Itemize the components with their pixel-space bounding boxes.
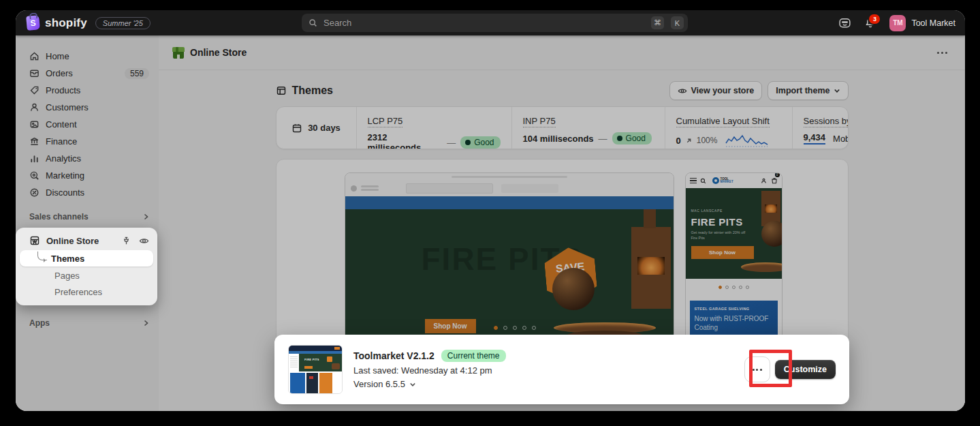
sidekick-button[interactable] <box>838 16 851 29</box>
chevron-down-icon <box>409 381 416 388</box>
connector-arrow-icon <box>37 252 47 260</box>
sidebar-item-preferences[interactable]: Preferences <box>16 284 157 300</box>
current-theme-badge: Current theme <box>441 350 506 362</box>
last-saved-text: Last saved: Wednesday at 4:12 pm <box>353 365 506 376</box>
theme-info: Toolmarket V2.1.2 Current theme Last sav… <box>353 350 506 389</box>
topbar-right: 3 TM Tool Market <box>838 10 955 35</box>
global-search[interactable]: ⌘ K <box>302 14 688 32</box>
search-icon <box>309 18 317 27</box>
sidekick-icon <box>838 16 851 29</box>
user-name: Tool Market <box>911 18 955 28</box>
storefront-icon <box>29 235 40 246</box>
notifications-button[interactable]: 3 <box>865 17 876 29</box>
user-menu[interactable]: TM Tool Market <box>889 15 955 31</box>
cmd-key: ⌘ <box>651 16 664 29</box>
edition-badge: Summer '25 <box>95 17 151 29</box>
online-store-nav-group: Online Store Themes Pages Preferences <box>16 228 157 305</box>
shopify-bag-icon: S <box>26 15 40 31</box>
annotation-highlight-box <box>749 350 792 387</box>
eye-icon[interactable] <box>139 237 149 245</box>
sidebar-item-themes[interactable]: Themes <box>20 250 153 267</box>
topbar: S shopify Summer '25 ⌘ K 3 TM Tool Marke… <box>16 10 965 35</box>
shopify-brand: S shopify Summer '25 <box>16 16 151 30</box>
shopify-admin-window: S shopify Summer '25 ⌘ K 3 TM Tool Marke… <box>16 10 965 411</box>
pin-icon[interactable] <box>122 237 131 245</box>
shopify-wordmark: shopify <box>45 16 87 30</box>
version-selector[interactable]: Version 6.5.5 <box>353 379 506 389</box>
theme-name: Toolmarket V2.1.2 <box>353 350 434 361</box>
sidebar-item-pages[interactable]: Pages <box>16 267 157 284</box>
search-input[interactable] <box>322 17 644 29</box>
notification-count-badge: 3 <box>868 13 881 25</box>
sidebar-item-online-store[interactable]: Online Store <box>16 232 157 249</box>
avatar: TM <box>889 15 906 31</box>
theme-thumbnail: FIRE PITS <box>288 345 343 394</box>
k-key: K <box>671 16 684 29</box>
